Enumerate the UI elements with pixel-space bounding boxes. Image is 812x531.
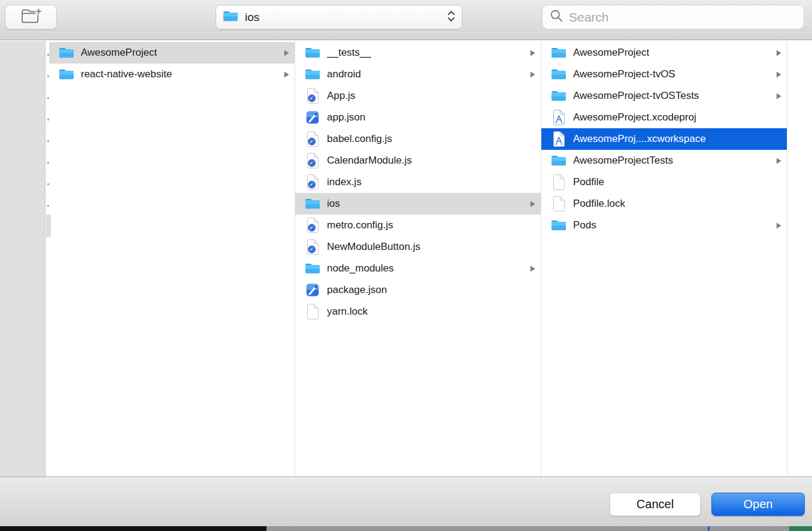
file-row[interactable]: AwesomeProj....xcworkspace <box>541 128 787 150</box>
sidebar-divider-dot <box>47 205 49 207</box>
folder-icon <box>304 47 322 59</box>
file-name: Podfile.lock <box>573 198 625 210</box>
file-name: Podfile <box>573 176 604 188</box>
file-row[interactable]: Podfile <box>541 171 787 193</box>
file-name: App.js <box>327 90 355 102</box>
search-icon <box>550 9 563 25</box>
background-window-edge-green <box>789 526 812 531</box>
sidebar-divider-dot <box>47 97 49 99</box>
js-file-icon <box>304 153 322 168</box>
file-name: AwesomeProject-tvOSTests <box>573 90 699 102</box>
cancel-button[interactable]: Cancel <box>610 493 701 516</box>
file-row[interactable]: metro.config.js <box>295 215 541 236</box>
file-name: index.js <box>327 176 362 188</box>
js-file-icon <box>304 174 322 190</box>
folder-icon <box>304 68 322 80</box>
file-row[interactable]: yarn.lock <box>295 301 541 322</box>
file-name: android <box>327 68 361 80</box>
browser-column-2: __tests__ android App.js app.json <box>295 41 541 476</box>
file-row[interactable]: react-native-website <box>49 64 295 85</box>
file-name: node_modules <box>327 263 394 274</box>
file-row[interactable]: App.js <box>295 85 541 107</box>
file-name: AwesomeProject <box>573 47 649 59</box>
file-name: Pods <box>573 219 596 231</box>
file-row[interactable]: app.json <box>295 107 541 128</box>
sidebar-divider-dot <box>47 162 49 164</box>
doc-file-icon <box>550 174 568 190</box>
js-file-icon <box>304 239 322 255</box>
disclosure-triangle-icon <box>772 222 782 230</box>
disclosure-triangle-icon <box>772 157 782 165</box>
xcode-file-icon <box>550 131 568 147</box>
file-row[interactable]: AwesomeProject-tvOSTests <box>541 85 787 107</box>
file-name: AwesomeProjectTests <box>573 155 673 167</box>
json-file-icon <box>304 111 322 124</box>
file-row[interactable]: AwesomeProject <box>49 42 295 64</box>
file-row[interactable]: node_modules <box>295 258 541 279</box>
toolbar: ios <box>0 0 812 40</box>
file-row[interactable]: babel.config.js <box>295 128 541 150</box>
disclosure-triangle-icon <box>526 265 536 273</box>
folder-icon <box>550 155 568 167</box>
file-row[interactable]: package.json <box>295 279 541 301</box>
file-row[interactable]: android <box>295 64 541 85</box>
background-window-edge <box>0 526 812 531</box>
file-name: ios <box>327 198 340 210</box>
folder-icon <box>550 68 568 80</box>
js-file-icon <box>304 88 322 104</box>
sidebar-divider-dot <box>47 119 49 120</box>
chevron-up-down-icon <box>447 9 456 26</box>
js-file-icon <box>304 131 322 147</box>
sidebar-divider-dot <box>47 183 49 185</box>
file-row[interactable]: AwesomeProjectTests <box>541 150 787 171</box>
doc-file-icon <box>304 304 322 319</box>
file-name: CalendarModule.js <box>327 155 412 167</box>
new-folder-icon <box>20 8 42 26</box>
file-name: app.json <box>327 111 365 123</box>
disclosure-triangle-icon <box>526 71 536 79</box>
column-browser: AwesomeProject react-native-website __te… <box>0 41 812 476</box>
background-window-edge-blue <box>708 526 710 531</box>
disclosure-triangle-icon <box>526 200 536 208</box>
json-file-icon <box>304 283 322 297</box>
file-row[interactable]: index.js <box>295 171 541 193</box>
file-row[interactable]: Podfile.lock <box>541 193 787 215</box>
search-field[interactable] <box>542 5 804 29</box>
file-row[interactable]: AwesomeProject.xcodeproj <box>541 107 787 128</box>
folder-icon <box>304 263 322 274</box>
sidebar-strip <box>0 41 46 476</box>
file-name: NewModuleButton.js <box>327 241 420 253</box>
disclosure-triangle-icon <box>772 71 782 79</box>
file-row[interactable]: Pods <box>541 215 787 236</box>
doc-file-icon <box>550 196 568 212</box>
file-name: babel.config.js <box>327 133 392 145</box>
sidebar-divider-dot <box>47 54 49 56</box>
file-row[interactable]: AwesomeProject <box>541 42 787 64</box>
folder-icon <box>550 219 568 231</box>
search-input[interactable] <box>569 10 796 25</box>
disclosure-triangle-icon <box>280 49 290 57</box>
path-dropdown-value: ios <box>245 11 447 24</box>
browser-column-1: AwesomeProject react-native-website <box>49 41 295 476</box>
file-row[interactable]: ios <box>295 193 541 215</box>
file-name: metro.config.js <box>327 219 393 231</box>
disclosure-triangle-icon <box>280 71 290 79</box>
file-name: AwesomeProj....xcworkspace <box>573 133 706 145</box>
file-name: AwesomeProject.xcodeproj <box>573 111 696 123</box>
folder-icon <box>304 198 322 210</box>
xcode-file-icon <box>550 110 568 125</box>
file-row[interactable]: AwesomeProject-tvOS <box>541 64 787 85</box>
file-name: react-native-website <box>81 68 172 80</box>
folder-icon <box>57 68 75 80</box>
new-folder-button[interactable] <box>5 5 57 29</box>
disclosure-triangle-icon <box>772 49 782 57</box>
dialog-footer: Cancel Open <box>0 476 812 526</box>
file-row[interactable]: CalendarModule.js <box>295 150 541 171</box>
disclosure-triangle-icon <box>772 92 782 100</box>
file-name: AwesomeProject <box>81 47 157 59</box>
file-row[interactable]: __tests__ <box>295 42 541 64</box>
background-window-edge-dark <box>0 526 266 531</box>
open-button[interactable]: Open <box>711 493 805 516</box>
file-row[interactable]: NewModuleButton.js <box>295 236 541 258</box>
path-dropdown[interactable]: ios <box>216 5 462 29</box>
